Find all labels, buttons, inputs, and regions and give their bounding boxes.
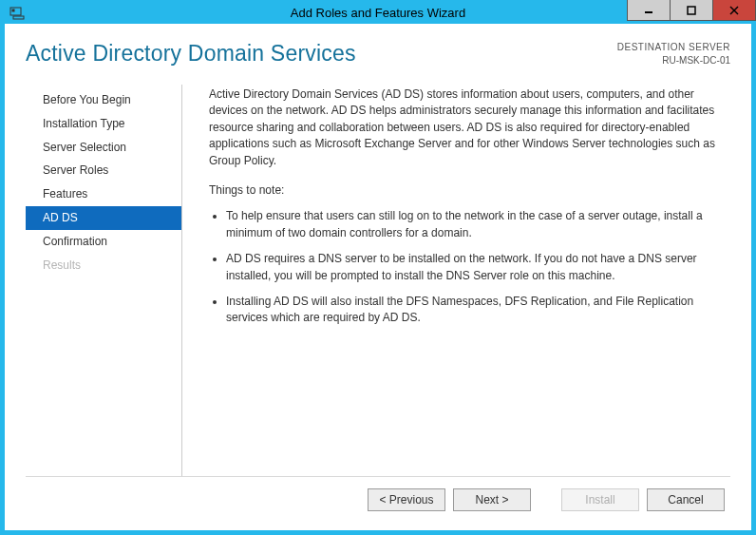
step-server-roles[interactable]: Server Roles	[26, 159, 181, 182]
svg-rect-1	[13, 16, 24, 19]
cancel-button[interactable]: Cancel	[647, 488, 725, 511]
notes-list: To help ensure that users can still log …	[209, 208, 728, 326]
server-manager-icon	[8, 4, 27, 23]
content-area: Active Directory Domain Services DESTINA…	[5, 24, 751, 530]
svg-rect-2	[12, 9, 15, 11]
close-button[interactable]	[712, 0, 756, 21]
note-item: AD DS requires a DNS server to be instal…	[226, 251, 728, 284]
destination-label: DESTINATION SERVER	[617, 41, 730, 54]
step-ad-ds[interactable]: AD DS	[26, 206, 181, 230]
window-title: Add Roles and Features Wizard	[291, 6, 465, 20]
header-row: Active Directory Domain Services DESTINA…	[26, 41, 730, 67]
destination-value: RU-MSK-DC-01	[617, 54, 730, 67]
footer-buttons: < Previous Next > Install Cancel	[26, 476, 730, 521]
wizard-window: Add Roles and Features Wizard Active Dir…	[0, 0, 756, 535]
note-item: To help ensure that users can still log …	[226, 208, 728, 241]
note-item: Installing AD DS will also install the D…	[226, 294, 728, 327]
step-server-selection[interactable]: Server Selection	[26, 136, 181, 160]
step-installation-type[interactable]: Installation Type	[26, 112, 181, 136]
page-title: Active Directory Domain Services	[26, 41, 356, 67]
wizard-steps-sidebar: Before You Begin Installation Type Serve…	[26, 85, 182, 476]
svg-rect-4	[688, 7, 695, 14]
previous-button[interactable]: < Previous	[368, 488, 445, 511]
notes-heading: Things to note:	[209, 182, 728, 199]
install-button: Install	[561, 488, 639, 511]
step-features[interactable]: Features	[26, 182, 181, 206]
button-gap	[539, 488, 554, 511]
destination-server-box: DESTINATION SERVER RU-MSK-DC-01	[617, 41, 730, 67]
body-row: Before You Begin Installation Type Serve…	[26, 85, 730, 476]
maximize-button[interactable]	[670, 0, 713, 21]
titlebar[interactable]: Add Roles and Features Wizard	[0, 0, 756, 24]
minimize-button[interactable]	[627, 0, 671, 21]
step-before-you-begin[interactable]: Before You Begin	[26, 88, 181, 112]
window-buttons	[628, 0, 756, 21]
intro-paragraph: Active Directory Domain Services (AD DS)…	[209, 86, 728, 169]
main-panel: Active Directory Domain Services (AD DS)…	[182, 85, 730, 476]
step-confirmation[interactable]: Confirmation	[26, 230, 181, 254]
step-results: Results	[26, 254, 181, 277]
next-button[interactable]: Next >	[453, 488, 531, 511]
